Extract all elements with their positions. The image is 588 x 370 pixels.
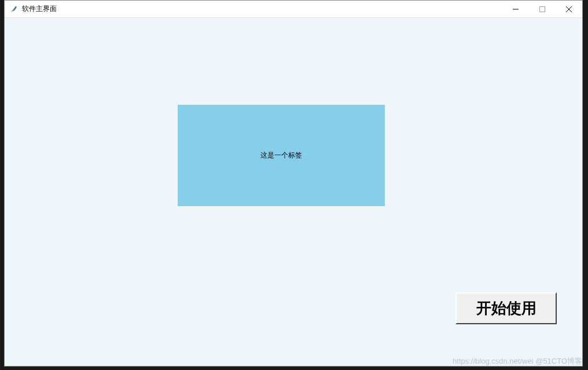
close-button[interactable] — [556, 1, 582, 17]
watermark-text: https://blog.csdn.net/wei @51CTO博客 — [453, 356, 582, 367]
info-label: 这是一个标签 — [178, 105, 385, 206]
application-window: 软件主界面 这是一个标签 开始使用 — [4, 0, 583, 367]
maximize-button[interactable] — [529, 1, 556, 17]
window-controls — [502, 1, 582, 17]
client-area: 这是一个标签 开始使用 — [5, 18, 582, 366]
app-icon — [9, 5, 19, 14]
svg-rect-1 — [540, 6, 545, 12]
start-button[interactable]: 开始使用 — [455, 292, 557, 324]
minimize-button[interactable] — [502, 1, 529, 17]
window-title: 软件主界面 — [22, 4, 57, 14]
titlebar[interactable]: 软件主界面 — [5, 1, 582, 18]
